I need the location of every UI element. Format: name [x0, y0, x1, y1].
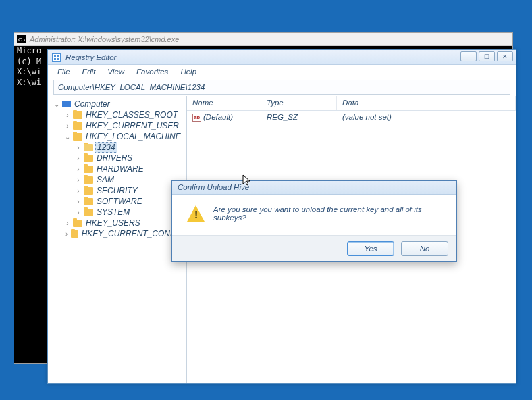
tree-root[interactable]: ⌄ Computer: [49, 99, 185, 109]
tree-label: Computer: [73, 99, 111, 109]
close-button[interactable]: ✕: [497, 51, 513, 61]
menu-file[interactable]: File: [52, 66, 76, 77]
tree-key[interactable]: › SYSTEM: [49, 207, 185, 218]
expand-icon[interactable]: ⌄: [64, 133, 71, 140]
tree-key[interactable]: › SECURITY: [49, 185, 185, 196]
folder-icon: [84, 209, 93, 216]
tree-label: HKEY_CURRENT_USER: [84, 121, 180, 130]
folder-icon: [84, 166, 93, 173]
tree-key[interactable]: › 1234: [49, 142, 185, 153]
folder-icon: [84, 198, 93, 205]
folder-icon: [84, 155, 93, 162]
regedit-icon: [52, 53, 61, 62]
folder-icon: [84, 187, 93, 195]
tree-key[interactable]: › DRIVERS: [49, 153, 185, 164]
regedit-title: Registry Editor: [65, 53, 116, 61]
folder-icon: [84, 176, 93, 184]
dialog-message: Are you sure you want to unload the curr…: [213, 205, 447, 222]
computer-icon: [62, 101, 71, 107]
tree-label: DRIVERS: [95, 153, 134, 163]
tree-hive[interactable]: › HKEY_CLASSES_ROOT: [49, 109, 185, 120]
tree-label: HKEY_CURRENT_CONFIG: [80, 229, 185, 239]
expand-icon[interactable]: ›: [64, 230, 69, 237]
tree-hive[interactable]: › HKEY_USERS: [49, 218, 185, 228]
tree-key[interactable]: › SOFTWARE: [49, 196, 185, 207]
menu-favorites[interactable]: Favorites: [131, 66, 174, 77]
menubar: File Edit View Favorites Help: [48, 65, 516, 78]
menu-help[interactable]: Help: [175, 66, 202, 77]
expand-icon[interactable]: ›: [64, 220, 71, 226]
list-header: Name Type Data: [187, 96, 516, 111]
menu-edit[interactable]: Edit: [77, 66, 101, 77]
tree-label: SAM: [95, 175, 115, 184]
expand-icon[interactable]: ›: [75, 155, 82, 161]
column-data[interactable]: Data: [337, 96, 516, 110]
tree-label: HKEY_CLASSES_ROOT: [84, 110, 179, 120]
cmd-titlebar[interactable]: C:\ Administrator: X:\windows\system32\c…: [14, 33, 512, 46]
folder-open-icon: [84, 144, 93, 151]
tree-label-selected: 1234: [95, 142, 117, 153]
tree-label: HKEY_USERS: [84, 218, 142, 228]
expand-icon[interactable]: ›: [75, 209, 82, 216]
tree-label: SECURITY: [95, 186, 139, 195]
cmd-title: Administrator: X:\windows\system32\cmd.e…: [30, 35, 179, 43]
tree-pane[interactable]: ⌄ Computer › HKEY_CLASSES_ROOT › HKEY_CU…: [48, 96, 187, 383]
maximize-button[interactable]: ☐: [479, 51, 495, 61]
tree-label: HARDWARE: [95, 164, 145, 174]
tree-key[interactable]: › SAM: [49, 174, 185, 185]
confirm-unload-dialog: Confirm Unload Hive Are you sure you wan…: [171, 180, 457, 262]
tree-label: HKEY_LOCAL_MACHINE: [84, 132, 182, 141]
value-data: (value not set): [337, 113, 516, 122]
folder-icon: [73, 220, 82, 227]
column-name[interactable]: Name: [187, 96, 261, 110]
warning-icon: [187, 205, 205, 222]
expand-icon[interactable]: ›: [64, 122, 71, 129]
expand-icon[interactable]: ›: [75, 187, 82, 194]
expand-icon[interactable]: ›: [75, 166, 82, 172]
window-buttons: — ☐ ✕: [460, 51, 513, 61]
tree-hive[interactable]: ⌄ HKEY_LOCAL_MACHINE: [49, 131, 185, 142]
folder-icon: [73, 111, 82, 119]
value-name: ab(Default): [187, 113, 261, 122]
expand-icon[interactable]: ›: [75, 144, 82, 151]
tree-hive[interactable]: › HKEY_CURRENT_USER: [49, 120, 185, 131]
value-type: REG_SZ: [261, 113, 337, 122]
tree-hive[interactable]: › HKEY_CURRENT_CONFIG: [49, 228, 185, 239]
regedit-titlebar[interactable]: Registry Editor — ☐ ✕: [48, 50, 516, 65]
cmd-icon: C:\: [17, 35, 26, 43]
folder-icon: [71, 230, 78, 238]
string-value-icon: ab: [192, 114, 201, 122]
address-text: Computer\HKEY_LOCAL_MACHINE\1234: [58, 83, 205, 91]
tree-label: SOFTWARE: [95, 197, 144, 206]
menu-view[interactable]: View: [102, 66, 130, 77]
tree-key[interactable]: › HARDWARE: [49, 164, 185, 174]
dialog-body: Are you sure you want to unload the curr…: [172, 195, 456, 235]
address-bar[interactable]: Computer\HKEY_LOCAL_MACHINE\1234: [53, 80, 510, 95]
expand-icon[interactable]: ⌄: [53, 101, 60, 107]
expand-icon[interactable]: ›: [75, 176, 82, 183]
expand-icon[interactable]: ›: [75, 198, 82, 205]
column-type[interactable]: Type: [261, 96, 337, 110]
expand-icon[interactable]: ›: [64, 111, 71, 118]
no-button[interactable]: No: [401, 241, 448, 256]
folder-icon: [73, 133, 82, 141]
yes-button[interactable]: Yes: [347, 241, 394, 256]
dialog-footer: Yes No: [172, 235, 456, 261]
minimize-button[interactable]: —: [460, 51, 477, 61]
tree-label: SYSTEM: [95, 207, 131, 217]
value-row[interactable]: ab(Default) REG_SZ (value not set): [187, 111, 516, 124]
dialog-title[interactable]: Confirm Unload Hive: [172, 181, 456, 195]
folder-icon: [73, 122, 82, 130]
